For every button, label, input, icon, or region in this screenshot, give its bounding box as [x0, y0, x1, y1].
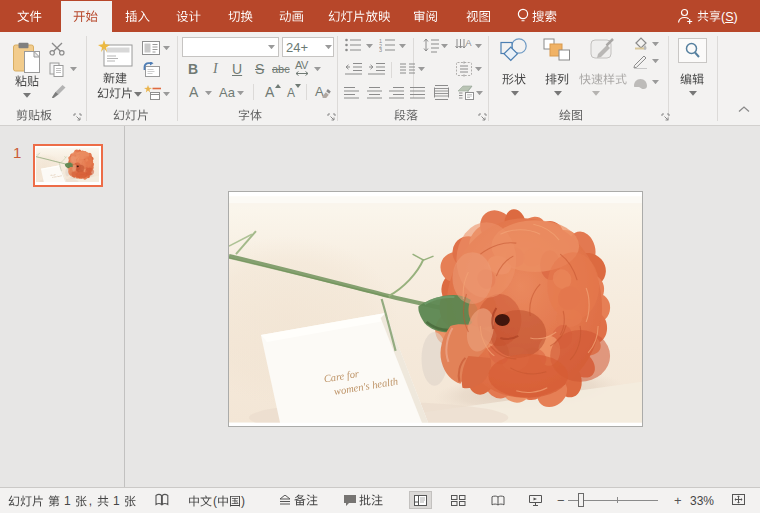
svg-text:3: 3	[379, 47, 382, 52]
svg-text:A: A	[466, 38, 472, 48]
